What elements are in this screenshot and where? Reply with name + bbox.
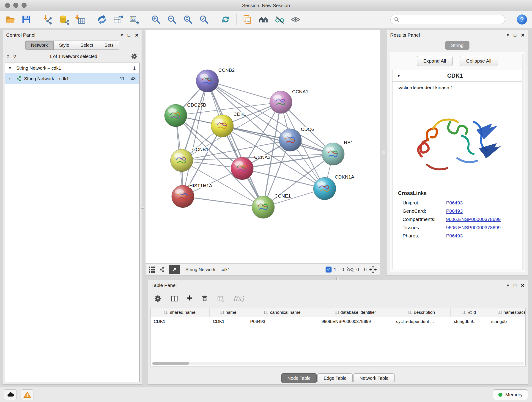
network-tree-root-row[interactable]: ▾ String Network – cdk1 1 xyxy=(5,63,139,73)
warnings-button[interactable] xyxy=(21,389,33,400)
panel-float-icon[interactable]: □ xyxy=(128,33,130,37)
pan-crosshair-icon[interactable] xyxy=(369,265,377,274)
crosslink-link[interactable]: P06493 xyxy=(446,233,462,239)
network-svg[interactable]: CCNB2CCNA1CDC25BCDK1CDC6RB1CCNB1CCNA2CDK… xyxy=(146,30,380,263)
panel-float-icon[interactable]: □ xyxy=(514,283,516,288)
birdseye-grid-icon[interactable] xyxy=(148,266,155,273)
open-session-icon[interactable] xyxy=(5,14,16,25)
network-node[interactable] xyxy=(313,177,336,200)
tab-network[interactable]: Network xyxy=(25,41,53,50)
panel-close-icon[interactable]: × xyxy=(521,282,525,288)
zoom-selected-icon[interactable] xyxy=(199,14,209,25)
column-header[interactable]: shared name xyxy=(151,308,210,317)
network-node[interactable] xyxy=(196,70,219,92)
tab-select[interactable]: Select xyxy=(75,41,99,50)
table-row[interactable]: CDK1CDK1P064939606.ENSP00000378699cyclin… xyxy=(151,317,525,326)
network-node[interactable] xyxy=(211,115,234,137)
network-node[interactable] xyxy=(270,91,292,114)
network-node[interactable] xyxy=(165,104,187,127)
table-options-gear-icon[interactable] xyxy=(154,294,162,303)
column-header[interactable]: description xyxy=(393,308,451,317)
import-table-icon[interactable] xyxy=(75,14,85,25)
crosslink-link[interactable]: P06493 xyxy=(446,200,462,206)
zoom-out-icon[interactable] xyxy=(167,14,177,25)
cloud-status-button[interactable] xyxy=(4,389,17,400)
column-header[interactable]: canonical name xyxy=(247,308,318,317)
panel-menu-icon[interactable]: ▾ xyxy=(507,283,509,288)
function-builder-icon[interactable]: f(x) xyxy=(233,295,244,303)
network-share-small-icon[interactable] xyxy=(159,266,165,273)
panel-float-icon[interactable]: □ xyxy=(514,33,516,37)
tree-collapse-icon[interactable]: ▾ xyxy=(9,65,14,70)
gene-section-header[interactable]: ▾ CDK1 xyxy=(393,70,522,82)
hide-labels-glasses-icon[interactable] xyxy=(274,14,285,25)
splitter-handle[interactable] xyxy=(141,206,144,209)
panel-menu-icon[interactable]: ▾ xyxy=(507,33,509,37)
column-header[interactable]: database identifier xyxy=(318,308,393,317)
column-header[interactable]: @id xyxy=(451,308,488,317)
hidden-glasses-icon[interactable] xyxy=(346,267,354,273)
tab-style[interactable]: Style xyxy=(53,41,75,50)
merge-networks-icon[interactable] xyxy=(97,14,107,25)
selected-checkbox-icon[interactable] xyxy=(326,267,331,273)
network-node[interactable] xyxy=(172,185,194,208)
network-view-canvas[interactable]: CCNB2CCNA1CDC25BCDK1CDC6RB1CCNB1CCNA2CDK… xyxy=(145,30,380,263)
network-edge[interactable] xyxy=(183,196,263,207)
tab-network-table[interactable]: Network Table xyxy=(353,373,394,383)
tab-string[interactable]: String xyxy=(445,41,470,50)
add-column-icon[interactable]: + xyxy=(187,293,192,303)
export-image-icon[interactable] xyxy=(129,14,139,25)
collapse-all-button[interactable]: Collapse All xyxy=(460,56,498,66)
show-columns-icon[interactable] xyxy=(170,294,178,303)
network-edge[interactable] xyxy=(207,81,263,207)
expand-all-networks-icon[interactable]: « xyxy=(11,55,18,58)
home-networks-icon[interactable] xyxy=(258,14,269,25)
panel-menu-icon[interactable]: ▾ xyxy=(121,33,123,37)
network-node[interactable] xyxy=(252,196,274,218)
save-session-icon[interactable] xyxy=(21,14,32,25)
memory-status-dot xyxy=(498,393,502,397)
zoom-in-icon[interactable] xyxy=(151,14,161,25)
table-hscrollbar[interactable] xyxy=(152,362,524,365)
crosslink-link[interactable]: 9606.ENSP00000378699 xyxy=(446,217,500,222)
collapse-all-networks-icon[interactable]: » xyxy=(5,55,12,58)
search-input[interactable] xyxy=(401,17,501,22)
network-label: String Network – cdk1 xyxy=(24,76,69,81)
network-node[interactable] xyxy=(171,149,193,172)
column-header[interactable]: namespace xyxy=(488,308,526,317)
table-hscrollbar-thumb[interactable] xyxy=(152,362,189,365)
tab-node-table[interactable]: Node Table xyxy=(281,373,317,383)
import-network-file-icon[interactable] xyxy=(43,14,53,25)
splitter-handle[interactable] xyxy=(382,151,385,154)
network-from-table-icon[interactable] xyxy=(113,14,123,25)
network-node[interactable] xyxy=(322,143,344,165)
delete-column-trash-icon[interactable] xyxy=(201,294,209,303)
tab-sets[interactable]: Sets xyxy=(99,41,119,50)
panel-close-icon[interactable]: × xyxy=(135,32,138,38)
column-type-icon xyxy=(498,311,501,314)
show-eye-icon[interactable] xyxy=(290,14,301,25)
network-edge[interactable] xyxy=(183,81,207,196)
open-in-window-button[interactable] xyxy=(169,265,180,274)
help-button[interactable]: ? xyxy=(517,14,527,25)
network-tree-child-row[interactable]: ● String Network – cdk1 11 48 xyxy=(5,73,139,84)
network-options-gear-icon[interactable] xyxy=(131,53,138,60)
copy-document-icon[interactable] xyxy=(242,14,253,25)
splitter-handle[interactable] xyxy=(336,277,339,280)
crosslink-link[interactable]: P06493 xyxy=(446,208,462,214)
import-network-database-icon[interactable] xyxy=(59,14,70,25)
network-node[interactable] xyxy=(231,157,253,180)
zoom-fit-icon[interactable] xyxy=(183,14,193,25)
results-scrollbar[interactable] xyxy=(522,54,524,270)
tab-edge-table[interactable]: Edge Table xyxy=(317,373,353,383)
crosslink-label: GeneCard: xyxy=(403,208,446,214)
column-type-icon xyxy=(409,311,412,314)
network-node[interactable] xyxy=(279,129,302,151)
refresh-icon[interactable] xyxy=(220,14,231,25)
column-header[interactable]: name xyxy=(210,308,247,317)
memory-button[interactable]: Memory xyxy=(493,389,528,400)
crosslink-link[interactable]: 9606.ENSP00000378699 xyxy=(446,225,500,230)
search-box[interactable] xyxy=(390,15,505,24)
expand-all-button[interactable]: Expand All xyxy=(417,56,453,66)
panel-close-icon[interactable]: × xyxy=(521,32,525,38)
